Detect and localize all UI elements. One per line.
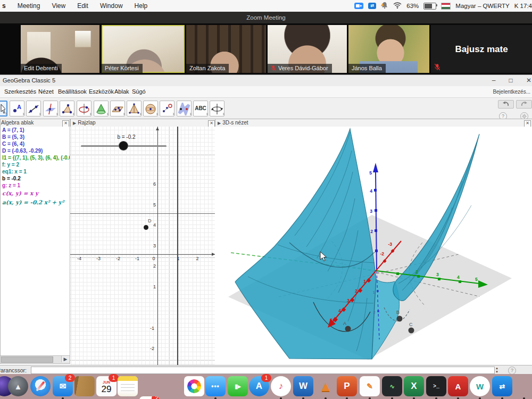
word-dock-icon[interactable]: W (293, 376, 313, 396)
minimize-button[interactable]: – (487, 76, 500, 85)
expander-arrow-icon[interactable]: ▶ (73, 121, 76, 126)
wifi-icon[interactable] (393, 2, 402, 10)
scroll-right-arrow-icon[interactable]: ▶ (61, 356, 69, 362)
point-a-3d[interactable] (345, 326, 351, 332)
algebra-item[interactable]: eq1: x = 1 (1, 168, 70, 175)
menu-ablak[interactable]: Ablak (114, 88, 129, 95)
close-button[interactable]: ✕ (522, 76, 532, 85)
circle-axis-tool-button[interactable] (77, 101, 92, 117)
participant-tile[interactable]: Zoltan Zakota (186, 25, 266, 73)
terminal-dock-icon[interactable]: >_ (426, 376, 446, 396)
menu-view[interactable]: View (52, 2, 65, 10)
participant-tile[interactable]: Veres Dávid-Gábor (268, 25, 347, 73)
excel-dock-icon[interactable]: X (404, 376, 424, 396)
algebra-item[interactable]: g: z = 1 (1, 182, 70, 189)
participant-tile[interactable]: János Balla (348, 25, 429, 73)
photos-dock-icon[interactable] (184, 376, 204, 396)
plane-through-points-tool-button[interactable] (110, 101, 125, 117)
move-tool-button[interactable] (0, 101, 7, 117)
launchpad-dock-icon[interactable]: ▲ (8, 376, 28, 396)
perpendicular-line-tool-button[interactable] (43, 101, 58, 117)
keyboard-layout[interactable]: Magyar – QWERTY (455, 3, 509, 9)
notification-bell-icon[interactable] (381, 2, 388, 10)
redo-button[interactable] (516, 100, 532, 109)
point-b-3d[interactable] (397, 316, 403, 322)
graphics-view-2d[interactable]: -4 -3 -2 -1 0 1 2 6 5 4 3 2 1 -1 -2 -3 -… (70, 127, 215, 365)
teamviewer-dock-icon[interactable]: ⇄ (492, 376, 512, 396)
menu-window[interactable]: Window (100, 2, 123, 10)
text-tool-button[interactable]: ABC (193, 101, 208, 117)
algebra-hscrollbar[interactable]: ▶ (0, 355, 70, 364)
participant-tile-video-off[interactable]: Bajusz mate (431, 25, 532, 73)
pyramid-tool-button[interactable] (127, 101, 142, 117)
algebra-item[interactable]: f: y = 2 (1, 161, 70, 168)
menu-help[interactable]: Help (135, 2, 148, 10)
scrollbar-thumb[interactable] (1, 356, 53, 363)
maximize-button[interactable]: □ (504, 76, 517, 85)
line-eq1-x1[interactable] (177, 127, 178, 365)
app-menu-remnant[interactable]: s (2, 2, 6, 10)
graphics-view-3d[interactable]: 2 3 4 5 1 2 (215, 127, 532, 365)
menu-sugo[interactable]: Súgó (132, 88, 146, 95)
dilate-tool-button[interactable] (160, 101, 174, 117)
menu-meeting[interactable]: Meeting (18, 2, 40, 10)
plane-tool-button[interactable] (177, 101, 192, 117)
powerpoint-dock-icon[interactable]: P (337, 376, 357, 396)
view3d-panel-title: 3D-s nézet (222, 120, 248, 126)
activity-monitor-dock-icon[interactable]: ∿ (382, 376, 402, 396)
point-d[interactable] (144, 225, 148, 230)
algebra-item[interactable]: D = (-0.63, -0.29) (1, 147, 70, 154)
safari-dock-icon[interactable] (30, 376, 51, 396)
polygon-tool-button[interactable] (60, 101, 74, 117)
notes-dock-icon[interactable] (118, 376, 138, 396)
signin-link[interactable]: Bejelentkezés... (493, 89, 530, 95)
menu-eszkozok[interactable]: Eszközök (89, 88, 114, 95)
input-help-icon[interactable]: ? (508, 367, 516, 375)
algebra-item[interactable]: C = (6, 4) (1, 140, 70, 147)
point-tool-button[interactable]: A (10, 101, 24, 117)
menu-beallitasok[interactable]: Beállítások (58, 88, 87, 95)
appstore-dock-icon[interactable]: A1 (249, 376, 269, 396)
contacts-dock-icon[interactable] (74, 376, 95, 396)
mail-dock-icon[interactable]: ✉2 (53, 376, 73, 396)
menubar-clock[interactable]: K 17:4 (514, 3, 532, 9)
messages-dock-icon[interactable]: ••• (205, 376, 226, 396)
geogebra-titlebar[interactable]: GeoGebra Classic 5 – □ ✕ (0, 75, 532, 86)
facetime-dock-icon[interactable]: ▮▸ (228, 376, 248, 396)
hungarian-flag-icon[interactable] (441, 3, 451, 10)
line-f-y2[interactable] (70, 213, 215, 214)
expander-arrow-icon[interactable]: ▶ (218, 121, 221, 126)
point-c-3d[interactable] (409, 328, 414, 334)
algebra-item[interactable]: a(x, y) = -0.2 x² + y² (1, 198, 70, 207)
algebra-view[interactable]: A = (7, 1) B = (5, 3) C = (6, 4) D = (-0… (0, 127, 70, 355)
line-tool-button[interactable] (26, 101, 41, 117)
acrobat-dock-icon[interactable]: A (448, 376, 468, 396)
algebra-item[interactable]: l1 = {(7, 1), (5, 3), (6, 4), (-0.63, -0… (1, 154, 70, 161)
webex-dock-icon[interactable]: W (470, 376, 490, 396)
slider-b-knob[interactable] (119, 142, 128, 150)
annotate-dock-icon[interactable]: ✎ (360, 376, 380, 396)
menu-edit[interactable]: Edit (77, 2, 88, 10)
music-dock-icon[interactable]: ♪ (271, 376, 291, 396)
zoom-window-titlebar[interactable]: Zoom Meeting (0, 12, 532, 23)
participant-tile[interactable]: Edit Debrenti (21, 25, 99, 73)
algebra-item[interactable]: c(x, y) = x y (1, 189, 70, 198)
zoom-tray-icon[interactable] (354, 3, 363, 9)
menu-szerkesztes[interactable]: Szerkesztés (4, 88, 36, 95)
calendar-dock-icon[interactable]: JUN 29 1 (96, 376, 117, 396)
rotate-view-tool-button[interactable] (210, 101, 225, 117)
reminders-dock-icon[interactable]: 2 (139, 396, 160, 399)
teamviewer-tray-icon[interactable]: ⇄ (368, 3, 376, 9)
algebra-item[interactable]: B = (5, 3) (1, 134, 70, 140)
input-spinner[interactable]: ▲▼ (495, 367, 498, 374)
undo-button[interactable] (498, 100, 514, 109)
algebra-item[interactable]: A = (7, 1) (1, 127, 70, 134)
vlc-dock-icon[interactable]: ▲ (315, 376, 336, 396)
menu-nezet[interactable]: Nézet (38, 88, 54, 95)
command-input[interactable] (31, 367, 495, 374)
cone-tool-button[interactable] (94, 101, 109, 117)
surface-left-wing[interactable] (235, 129, 376, 359)
participant-tile-active-speaker[interactable]: Péter Körtesi (102, 25, 185, 73)
sphere-tool-button[interactable] (143, 101, 158, 117)
algebra-item[interactable]: b = -0.2 (1, 175, 70, 182)
